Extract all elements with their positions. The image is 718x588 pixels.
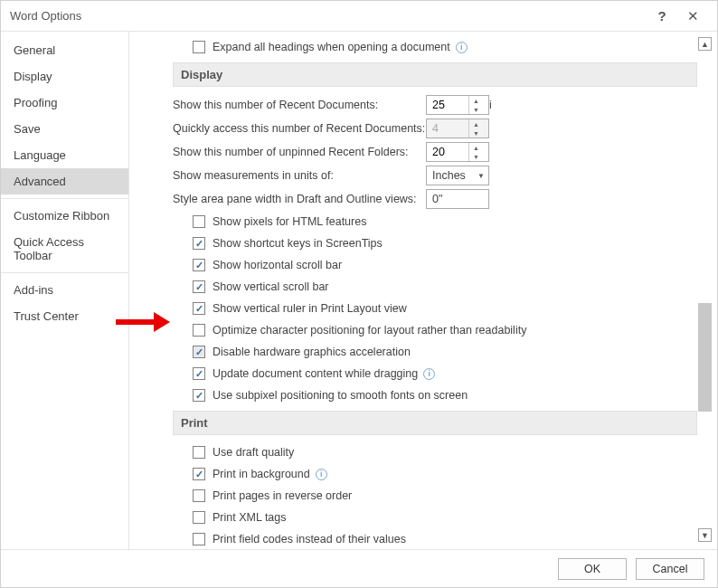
section-print: Print <box>173 411 697 435</box>
label-measurements: Show measurements in units of: <box>173 169 426 182</box>
checkbox-display-check-2[interactable] <box>193 259 205 271</box>
scroll-down-button[interactable]: ▼ <box>698 528 712 542</box>
sidebar-item-quick-access-toolbar[interactable]: Quick Access Toolbar <box>1 229 128 269</box>
sidebar-item-advanced[interactable]: Advanced <box>1 168 128 194</box>
checkbox-display-check-0[interactable] <box>193 215 205 228</box>
input-recent-docs[interactable] <box>427 99 468 111</box>
row-display-check-2: Show horizontal scroll bar <box>193 255 697 275</box>
label-display-check-7: Update document content while dragging <box>213 367 418 380</box>
row-quick-access-recent: Quickly access this number of Recent Doc… <box>173 118 697 139</box>
scrollbar-thumb[interactable] <box>698 303 712 412</box>
sidebar-item-addins[interactable]: Add-ins <box>1 277 128 303</box>
label-display-check-1: Show shortcut keys in ScreenTips <box>213 237 383 250</box>
label-display-check-4: Show vertical ruler in Print Layout view <box>213 302 407 315</box>
titlebar: Word Options ? ✕ <box>1 1 717 32</box>
spin-recent-folders[interactable]: ▲▼ <box>426 142 489 162</box>
row-print-check-0: Use draft quality <box>193 442 697 462</box>
checkbox-print-check-0[interactable] <box>193 446 205 459</box>
sidebar: General Display Proofing Save Language A… <box>1 32 129 549</box>
sidebar-item-language[interactable]: Language <box>1 142 128 168</box>
row-display-check-7: Update document content while draggingi <box>193 364 697 384</box>
row-print-check-3: Print XML tags <box>193 507 697 527</box>
checkbox-display-check-7[interactable] <box>193 367 205 380</box>
spin-down-icon: ▼ <box>468 128 483 138</box>
checkbox-display-check-5[interactable] <box>193 324 205 337</box>
section-display: Display <box>173 62 697 87</box>
label-print-check-2: Print pages in reverse order <box>213 489 352 502</box>
spin-recent-docs[interactable]: ▲▼ <box>426 95 489 115</box>
spin-up-icon[interactable]: ▲ <box>468 96 483 105</box>
checkbox-print-check-3[interactable] <box>193 511 205 524</box>
checkbox-display-check-6[interactable] <box>193 346 205 358</box>
label-print-check-4: Print field codes instead of their value… <box>213 533 406 545</box>
label-display-check-0: Show pixels for HTML features <box>213 215 366 228</box>
sidebar-item-trust-center[interactable]: Trust Center <box>1 303 128 329</box>
dialog-title: Word Options <box>10 9 81 23</box>
label-display-check-6: Disable hardware graphics acceleration <box>213 346 411 358</box>
checkbox-expand-all-headings[interactable] <box>193 41 205 53</box>
combo-measurements[interactable]: Inches ▼ <box>426 166 489 185</box>
row-measurements: Show measurements in units of: Inches ▼ <box>173 165 697 186</box>
label-print-check-0: Use draft quality <box>213 446 294 459</box>
input-recent-folders[interactable] <box>427 146 468 158</box>
row-display-check-8: Use subpixel positioning to smooth fonts… <box>193 385 697 405</box>
checkbox-display-check-3[interactable] <box>193 280 205 293</box>
row-display-check-1: Show shortcut keys in ScreenTips <box>193 233 697 253</box>
label-print-check-3: Print XML tags <box>213 511 287 524</box>
dialog-body: General Display Proofing Save Language A… <box>1 32 717 549</box>
checkbox-display-check-1[interactable] <box>193 237 205 250</box>
info-icon[interactable]: i <box>316 469 327 480</box>
sidebar-item-customize-ribbon[interactable]: Customize Ribbon <box>1 203 128 229</box>
checkbox-print-check-4[interactable] <box>193 533 205 545</box>
scroll-up-button[interactable]: ▲ <box>698 37 712 51</box>
chevron-down-icon: ▼ <box>477 172 485 180</box>
word-options-dialog: Word Options ? ✕ General Display Proofin… <box>0 0 718 588</box>
label-display-check-2: Show horizontal scroll bar <box>213 259 342 271</box>
cancel-button[interactable]: Cancel <box>636 558 704 580</box>
dialog-footer: OK Cancel <box>1 549 717 587</box>
info-icon[interactable]: i <box>489 99 492 111</box>
input-quick-access-recent <box>427 122 468 135</box>
ok-button[interactable]: OK <box>558 558 627 580</box>
label-expand-all-headings: Expand all headings when opening a docum… <box>213 41 450 53</box>
label-display-check-8: Use subpixel positioning to smooth fonts… <box>213 389 468 402</box>
close-button[interactable]: ✕ <box>677 8 708 24</box>
sidebar-item-save[interactable]: Save <box>1 116 128 142</box>
spin-quick-access-recent: ▲▼ <box>426 119 489 138</box>
row-display-check-6: Disable hardware graphics acceleration <box>193 342 697 362</box>
spin-down-icon[interactable]: ▼ <box>468 152 483 161</box>
combo-measurements-value: Inches <box>432 169 466 182</box>
row-print-check-4: Print field codes instead of their value… <box>193 529 697 549</box>
label-quick-access-recent: Quickly access this number of Recent Doc… <box>173 122 425 135</box>
label-display-check-5: Optimize character positioning for layou… <box>213 324 526 337</box>
row-display-check-0: Show pixels for HTML features <box>193 212 697 232</box>
row-display-check-4: Show vertical ruler in Print Layout view <box>193 299 697 318</box>
spin-down-icon[interactable]: ▼ <box>468 105 483 114</box>
sidebar-item-proofing[interactable]: Proofing <box>1 90 128 116</box>
sidebar-item-general[interactable]: General <box>1 37 128 63</box>
label-recent-docs: Show this number of Recent Documents: <box>173 99 426 111</box>
row-recent-docs: Show this number of Recent Documents: ▲▼… <box>173 94 697 116</box>
sidebar-separator <box>1 272 128 273</box>
spin-up-icon[interactable]: ▲ <box>468 143 483 152</box>
row-display-check-3: Show vertical scroll bar <box>193 277 697 297</box>
input-style-pane-width[interactable] <box>426 189 489 209</box>
label-display-check-3: Show vertical scroll bar <box>213 280 329 293</box>
help-button[interactable]: ? <box>647 8 677 24</box>
label-print-check-1: Print in background <box>213 468 310 480</box>
checkbox-print-check-1[interactable] <box>193 468 205 480</box>
checkbox-display-check-4[interactable] <box>193 302 205 315</box>
row-print-check-1: Print in backgroundi <box>193 464 697 484</box>
checkbox-print-check-2[interactable] <box>193 489 205 502</box>
info-icon[interactable]: i <box>456 42 468 53</box>
label-style-pane-width: Style area pane width in Draft and Outli… <box>173 193 426 205</box>
sidebar-separator <box>1 198 128 199</box>
sidebar-item-display[interactable]: Display <box>1 63 128 90</box>
row-style-pane-width: Style area pane width in Draft and Outli… <box>173 188 697 210</box>
row-recent-folders: Show this number of unpinned Recent Fold… <box>173 141 697 163</box>
checkbox-display-check-8[interactable] <box>193 389 205 402</box>
main-panel: Expand all headings when opening a docum… <box>129 32 717 549</box>
info-icon[interactable]: i <box>423 368 435 380</box>
label-recent-folders: Show this number of unpinned Recent Fold… <box>173 146 426 158</box>
row-expand-all-headings: Expand all headings when opening a docum… <box>193 37 697 57</box>
